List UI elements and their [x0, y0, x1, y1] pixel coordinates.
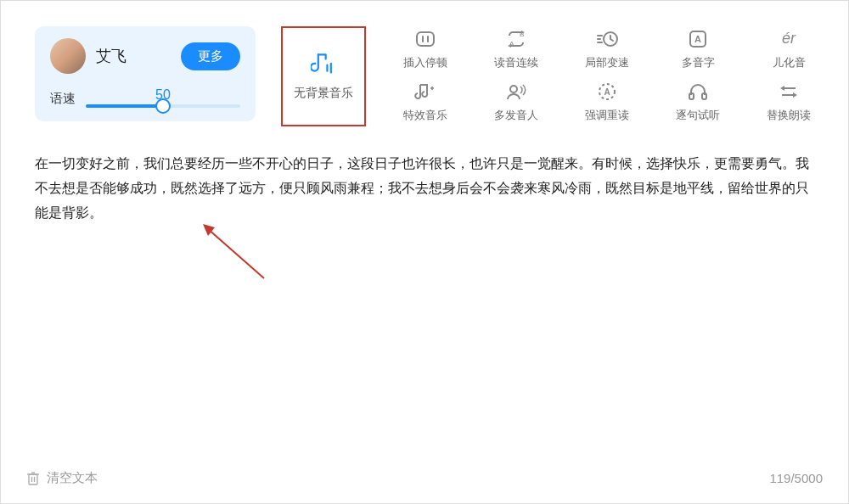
- svg-text:ér: ér: [782, 30, 796, 47]
- person-voice-icon: [503, 81, 529, 103]
- headphones-icon: [685, 81, 711, 103]
- footer: 清空文本 119/5000: [26, 470, 823, 486]
- tool-continuous-read[interactable]: AB 读音连续: [482, 26, 549, 72]
- pause-icon: [413, 28, 438, 50]
- svg-text:A: A: [694, 34, 701, 44]
- tools-grid: 插入停顿 AB 读音连续 局部变速 A 多音字 ér 儿化音: [391, 26, 823, 125]
- clear-text-label: 清空文本: [47, 470, 98, 486]
- bgm-label: 无背景音乐: [294, 86, 353, 101]
- tool-polyphone[interactable]: A 多音字: [665, 26, 732, 72]
- tool-sentence-preview[interactable]: 逐句试听: [665, 79, 732, 125]
- tool-label: 插入停顿: [403, 55, 447, 70]
- svg-point-16: [510, 86, 517, 92]
- svg-text:A: A: [604, 87, 610, 97]
- speed-label: 语速: [50, 91, 76, 107]
- svg-marker-22: [793, 92, 797, 98]
- tool-multi-speaker[interactable]: 多发音人: [482, 79, 549, 125]
- speed-slider[interactable]: [86, 104, 240, 108]
- more-button[interactable]: 更多: [181, 42, 240, 70]
- speed-slider-wrap: 50: [86, 89, 240, 108]
- tool-label: 多发音人: [494, 108, 538, 123]
- voice-name: 艾飞: [96, 46, 171, 66]
- toolbar: 艾飞 更多 语速 50 无背景音乐: [1, 1, 848, 143]
- svg-rect-2: [417, 32, 434, 46]
- clock-speed-icon: [594, 28, 620, 50]
- tool-label: 逐句试听: [676, 108, 720, 123]
- tool-label: 多音字: [682, 55, 715, 70]
- tool-label: 强调重读: [585, 108, 629, 123]
- replace-arrows-icon: [776, 81, 801, 103]
- er-icon: ér: [776, 28, 801, 50]
- char-counter: 119/5000: [769, 471, 823, 485]
- voice-panel: 艾飞 更多 语速 50: [35, 26, 256, 121]
- tool-label: 读音连续: [494, 55, 538, 70]
- music-effect-icon: [413, 81, 438, 103]
- tool-label: 特效音乐: [403, 108, 447, 123]
- tool-label: 替换朗读: [767, 108, 811, 123]
- voice-row: 艾飞 更多: [50, 38, 240, 74]
- svg-rect-25: [29, 474, 37, 484]
- slider-thumb[interactable]: [155, 98, 171, 114]
- tool-effect-music[interactable]: 特效音乐: [391, 79, 458, 125]
- trash-icon: [26, 471, 40, 485]
- svg-marker-21: [780, 86, 784, 91]
- emphasis-icon: A: [594, 81, 620, 103]
- avatar[interactable]: [50, 38, 86, 74]
- a-box-icon: A: [685, 28, 711, 50]
- tool-insert-pause[interactable]: 插入停顿: [391, 26, 458, 72]
- clear-text-button[interactable]: 清空文本: [26, 470, 98, 486]
- tool-label: 儿化音: [773, 55, 806, 70]
- tool-label: 局部变速: [585, 55, 629, 70]
- tool-erhua[interactable]: ér 儿化音: [756, 26, 823, 72]
- bgm-panel[interactable]: 无背景音乐: [281, 26, 366, 126]
- link-ab-icon: AB: [503, 28, 529, 50]
- tool-local-speed[interactable]: 局部变速: [573, 26, 640, 72]
- tool-replace-read[interactable]: 替换朗读: [756, 79, 823, 125]
- music-note-icon: [311, 52, 336, 74]
- tool-emphasis[interactable]: A 强调重读: [573, 79, 640, 125]
- speed-row: 语速 50: [50, 89, 240, 108]
- text-content[interactable]: 在一切变好之前，我们总要经历一些不开心的日子，这段日子也许很长，也许只是一觉醒来…: [1, 143, 848, 242]
